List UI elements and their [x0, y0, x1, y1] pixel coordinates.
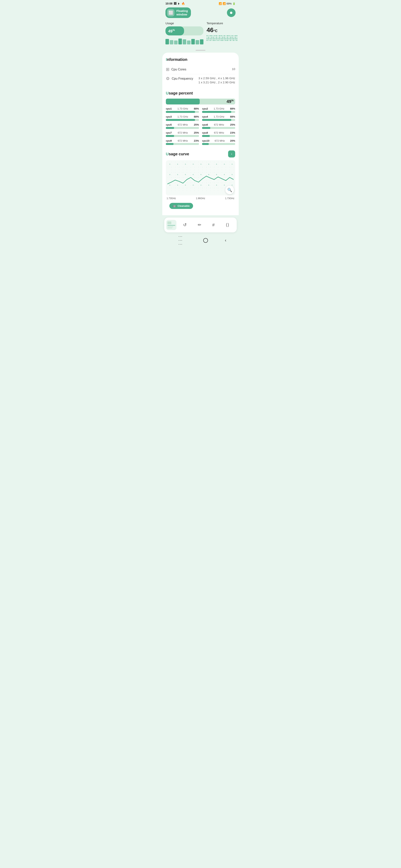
floating-label[interactable]: ⬜ Floating window — [166, 7, 191, 18]
cpu-item-cpu8: cpu8 672 MHz 23% — [202, 131, 235, 137]
ocr-text-icon: 🔍 — [227, 188, 232, 192]
cpu-bar-container-cpu2 — [202, 111, 235, 113]
battery-percent: 69% — [227, 2, 232, 5]
svg-text:+: + — [224, 173, 225, 176]
cpu-bar-fill-cpu8 — [202, 135, 210, 137]
cpu-name-cpu4: cpu4 — [202, 115, 208, 118]
floating-title: Floating window — [176, 9, 188, 16]
svg-text:+: + — [177, 173, 178, 176]
cpu-freq-cpu8: 672 MHz — [214, 131, 224, 134]
cpu-name-cpu2: cpu2 — [202, 107, 208, 110]
cpu-bar-container-cpu7 — [166, 135, 199, 137]
action-edit[interactable]: ✏ — [198, 222, 201, 227]
svg-rect-54 — [167, 226, 173, 227]
temp-block: Temperature 46°C — [206, 22, 237, 44]
cpu-bar-container-cpu1 — [166, 111, 199, 113]
cpu-freq-value: 3 x 2.59 GHz , 4 x 1.96 GHz1 x 3.21 GHz … — [198, 76, 235, 84]
mini-bar-4 — [178, 38, 182, 44]
app-thumbnail — [166, 220, 176, 230]
drag-handle[interactable] — [196, 50, 205, 51]
cleanable-badge[interactable]: 🤖 Cleanable — [169, 203, 193, 209]
cpu-pct-cpu8: 23% — [230, 131, 235, 134]
mini-bar-3 — [174, 40, 178, 44]
cpu-bar-fill-cpu2 — [202, 111, 231, 113]
freq-label-3: 1.73GHz — [225, 197, 234, 200]
curve-nav-button[interactable]: › — [228, 150, 235, 157]
main-card: Information ⊞ Cpu Cores 10 ⚙ Cpu Frequen… — [162, 53, 239, 215]
cpu-pct-cpu10: 20% — [230, 139, 235, 142]
cpu-pct-cpu2: 88% — [230, 107, 235, 110]
cpu-bar-fill-cpu5 — [166, 127, 174, 129]
flame-icon: 🔥 — [181, 2, 185, 5]
curve-accent: U — [166, 152, 169, 156]
app-icon: ⬜ — [167, 9, 174, 17]
usage-block: Usage 49% — [166, 22, 203, 44]
freq-label-1: 1.73GHz — [167, 197, 176, 200]
share-icon: ⟨⟩ — [226, 222, 229, 227]
cpu-pct-cpu5: 25% — [194, 123, 199, 126]
cpu-bar-fill-cpu6 — [202, 127, 210, 129]
cpu-bar-fill-cpu7 — [166, 135, 174, 137]
cpu-freq-cpu3: 1.73 GHz — [177, 115, 188, 118]
temp-dot-grid — [206, 35, 237, 41]
svg-text:+: + — [232, 173, 233, 176]
freq-labels: 1.73GHz 1.96GHz 1.73GHz — [166, 197, 235, 200]
cpu-item-cpu10: cpu10 672 MHz 20% — [202, 139, 235, 145]
cpu-pct-cpu9: 23% — [194, 139, 199, 142]
back-button[interactable]: ‹ — [225, 238, 226, 243]
svg-rect-52 — [167, 221, 171, 224]
svg-text:+: + — [224, 184, 225, 186]
action-share[interactable]: ⟨⟩ — [226, 222, 229, 227]
record-button[interactable]: ⏺ — [227, 8, 235, 17]
usage-bar-fill: 49% — [166, 26, 184, 35]
cpu-pct-cpu1: 88% — [194, 107, 199, 110]
information-header: Information — [166, 57, 235, 62]
cpu-bar-container-cpu6 — [202, 127, 235, 129]
action-hashtag[interactable]: # — [212, 222, 214, 227]
recent-apps-button[interactable]: ⋮⋮⋮ — [178, 235, 183, 246]
cpu-name-cpu5: cpu5 — [166, 123, 172, 126]
home-button[interactable] — [203, 238, 208, 243]
usage-curve-line — [167, 176, 234, 184]
cpu-name-cpu6: cpu6 — [202, 123, 208, 126]
cpu-bar-container-cpu9 — [166, 143, 199, 145]
cpu-bar-fill-cpu9 — [166, 143, 173, 145]
svg-text:+: + — [208, 184, 209, 186]
mini-bar-chart — [166, 37, 203, 44]
freq-label-2: 1.96GHz — [196, 197, 205, 200]
battery-icon: 🔋 — [232, 2, 235, 5]
cpu-bar-container-cpu5 — [166, 127, 199, 129]
svg-text:+: + — [185, 163, 186, 165]
refresh-icon: ↺ — [183, 222, 187, 227]
cpu-name-cpu1: cpu1 — [166, 107, 172, 110]
svg-rect-53 — [167, 225, 175, 226]
status-right: 📶 📶 69% 🔋 — [219, 2, 235, 5]
mini-bar-6 — [187, 40, 191, 44]
cpu-freq-cpu5: 672 MHz — [178, 123, 188, 126]
svg-text:+: + — [185, 184, 186, 186]
cpu-cores-label: Cpu Cores — [171, 68, 186, 71]
svg-rect-55 — [167, 228, 172, 228]
media-icon: ⏵ — [178, 2, 180, 5]
cpu-bar-container-cpu10 — [202, 143, 235, 145]
action-refresh[interactable]: ↺ — [183, 222, 187, 227]
cpu-grid: cpu1 1.73 GHz 88% cpu2 1.73 GHz 88% cpu3… — [166, 107, 235, 145]
cpu-name-cpu7: cpu7 — [166, 131, 172, 134]
mini-bar-1 — [166, 39, 169, 44]
svg-text:+: + — [224, 163, 225, 165]
mini-bar-2 — [170, 40, 173, 44]
cpu-name-cpu3: cpu3 — [166, 115, 172, 118]
cpu-item-cpu7: cpu7 672 MHz 25% — [166, 131, 199, 137]
svg-text:+: + — [200, 163, 201, 165]
information-section: Information ⊞ Cpu Cores 10 ⚙ Cpu Frequen… — [166, 57, 235, 86]
cpu-name-cpu9: cpu9 — [166, 139, 172, 142]
ocr-icon[interactable]: 🔍 — [225, 186, 234, 194]
cpu-freq-cpu4: 1.73 GHz — [213, 115, 224, 118]
cpu-freq-cpu1: 1.73 GHz — [177, 107, 188, 110]
cpu-cores-value: 10 — [232, 67, 235, 71]
usage-accent: U — [166, 91, 169, 95]
main-usage-bar-fill — [166, 99, 200, 104]
time: 10:08 — [166, 2, 172, 5]
cpu-cores-icon: ⊞ — [166, 67, 169, 72]
cpu-name-cpu10: cpu10 — [202, 139, 209, 142]
